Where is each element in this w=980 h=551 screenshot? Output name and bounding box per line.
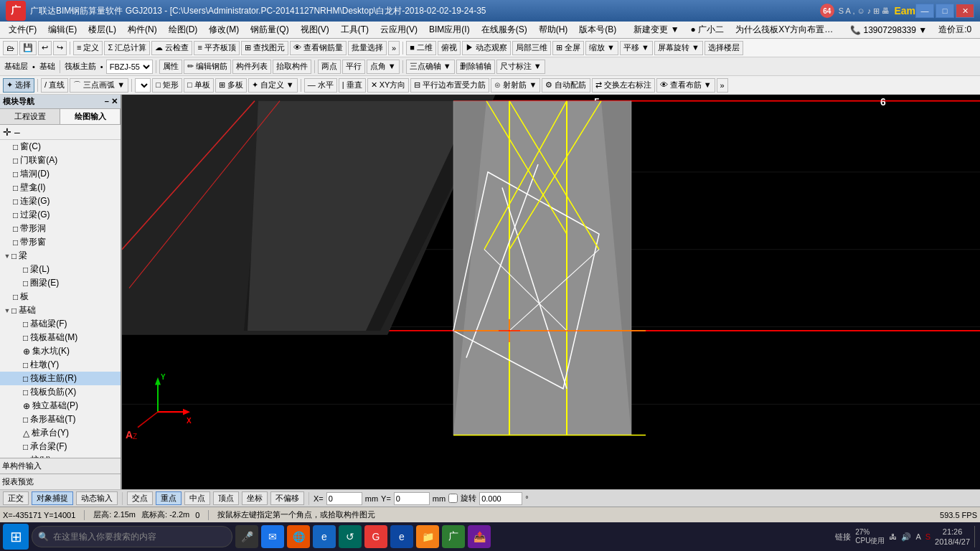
snap-dynamic[interactable]: 动态输入 bbox=[76, 491, 118, 505]
menu-new-change[interactable]: 新建变更 ▼ bbox=[628, 22, 684, 37]
menu-draw[interactable]: 绘图(D) bbox=[163, 22, 204, 37]
tree-item-beam-l[interactable]: □ 梁(L) bbox=[0, 263, 121, 276]
radial-button[interactable]: ⊙ 射射筋 ▼ bbox=[491, 78, 540, 93]
line-tool-button[interactable]: / 直线 bbox=[41, 78, 68, 93]
more2-button[interactable]: » bbox=[717, 78, 728, 93]
menu-help[interactable]: 帮助(H) bbox=[533, 22, 574, 37]
minimize-button[interactable]: — bbox=[915, 4, 934, 18]
taskbar-app-mail[interactable]: ✉ bbox=[261, 525, 284, 548]
close-button[interactable]: ✕ bbox=[956, 4, 974, 18]
multi-board-button[interactable]: ⊞ 多板 bbox=[215, 78, 247, 93]
tree-item-foundation[interactable]: ▼ □ 基础 bbox=[0, 303, 121, 317]
delete-aux-button[interactable]: 删除辅轴 bbox=[456, 60, 495, 74]
flat-top-button[interactable]: ≡ 平齐板顶 bbox=[194, 41, 239, 55]
tree-item-wall-hole[interactable]: □ 墙洞(D) bbox=[0, 167, 121, 181]
custom-button[interactable]: ✦ 自定义 ▼ bbox=[248, 78, 298, 93]
tree-item-column-mound[interactable]: □ 柱墩(Y) bbox=[0, 358, 121, 372]
canvas-area[interactable]: C B A 5 6 bbox=[122, 95, 980, 489]
taskbar-app-gdlda[interactable]: 广 bbox=[442, 525, 465, 548]
select-floor-button[interactable]: 选择楼层 bbox=[705, 41, 743, 55]
menu-cloud[interactable]: 云应用(V) bbox=[374, 22, 423, 37]
swap-notation-button[interactable]: ⇄ 交换左右标注 bbox=[592, 78, 655, 93]
menu-modify[interactable]: 修改(M) bbox=[203, 22, 245, 37]
menu-credits[interactable]: 造价豆:0 bbox=[933, 22, 977, 37]
arc-tool-button[interactable]: ⌒ 三点画弧 ▼ bbox=[70, 78, 128, 93]
snap-intersection[interactable]: 交点 bbox=[127, 491, 153, 505]
tree-item-raft-main-rebar[interactable]: □ 筏板主筋(R) bbox=[0, 372, 121, 385]
dim-notation-button[interactable]: 尺寸标注 ▼ bbox=[496, 60, 545, 74]
start-button[interactable]: ⊞ bbox=[3, 524, 29, 550]
dynamic-view-button[interactable]: ▶ 动态观察 bbox=[462, 41, 511, 55]
edit-rebar-button[interactable]: ✏ 编辑钢筋 bbox=[184, 60, 231, 74]
partial-3d-button[interactable]: 局部三维 bbox=[512, 41, 551, 55]
x-input[interactable] bbox=[326, 492, 362, 505]
snap-no-offset[interactable]: 不偏移 bbox=[270, 491, 304, 505]
rotate-checkbox[interactable] bbox=[448, 494, 458, 503]
snap-midpoint[interactable]: 重点 bbox=[156, 491, 182, 505]
taskbar-app-mic[interactable]: 🎤 bbox=[235, 525, 258, 548]
screen-rotate-button[interactable]: 屏幕旋转 ▼ bbox=[654, 41, 703, 55]
line-type-select[interactable] bbox=[135, 78, 151, 93]
tree-item-niche[interactable]: □ 壁龛(I) bbox=[0, 181, 121, 194]
tree-item-window[interactable]: □ 窗(C) bbox=[0, 140, 121, 154]
tree-item-strip-found[interactable]: □ 条形基础(T) bbox=[0, 413, 121, 426]
rebar-name-select[interactable]: FBZJ-55 bbox=[106, 60, 153, 74]
pick-component-button[interactable]: 抬取构件 bbox=[273, 60, 311, 74]
single-component-button[interactable]: 单构件输入 bbox=[0, 458, 121, 474]
menu-gxiao2[interactable]: ● 广小二 bbox=[685, 22, 730, 37]
view-layout-button[interactable]: 👁 查看布筋 ▼ bbox=[656, 78, 715, 93]
tree-item-strip-window[interactable]: □ 带形窗 bbox=[0, 235, 121, 249]
undo-button[interactable]: ↩ bbox=[38, 41, 52, 55]
tree-item-beam[interactable]: ▼ □ 梁 bbox=[0, 249, 121, 263]
tree-item-ring-beam[interactable]: □ 圈梁(E) bbox=[0, 276, 121, 290]
view-rebar-button[interactable]: 👁 查看钢筋量 bbox=[290, 41, 347, 55]
taskbar-app-ie2[interactable]: e bbox=[390, 525, 413, 548]
menu-floor[interactable]: 楼层(L) bbox=[83, 22, 122, 37]
find-element-button[interactable]: ⊞ 查找图元 bbox=[241, 41, 288, 55]
tree-item-isolated-found[interactable]: ⊕ 独立基础(P) bbox=[0, 399, 121, 413]
snap-object[interactable]: 对象捕捉 bbox=[32, 491, 73, 505]
2d-button[interactable]: ■ 二维 bbox=[406, 41, 436, 55]
tree-item-cap-beam[interactable]: □ 承台梁(F) bbox=[0, 440, 121, 453]
tree-item-foundation-beam[interactable]: □ 基础梁(F) bbox=[0, 317, 121, 331]
tree-item-door-window[interactable]: □ 门联窗(A) bbox=[0, 154, 121, 167]
fullscreen-button[interactable]: ⊞ 全屏 bbox=[552, 41, 584, 55]
open-button[interactable]: 🗁 bbox=[3, 41, 18, 55]
menu-view[interactable]: 视图(V) bbox=[295, 22, 335, 37]
menu-component[interactable]: 构件(N) bbox=[122, 22, 163, 37]
cloud-check-button[interactable]: ☁ 云检查 bbox=[151, 41, 192, 55]
taskbar-app-refresh[interactable]: ↺ bbox=[339, 525, 362, 548]
pan-button[interactable]: 平移 ▼ bbox=[620, 41, 653, 55]
taskbar-app-folder[interactable]: 📁 bbox=[416, 525, 439, 548]
define-button[interactable]: ≡ 定义 bbox=[73, 41, 103, 55]
report-preview-button[interactable]: 报表预览 bbox=[0, 474, 121, 489]
three-point-axis-button[interactable]: 三点确轴 ▼ bbox=[406, 60, 455, 74]
tree-item-strip-hole[interactable]: □ 带形洞 bbox=[0, 222, 121, 235]
snap-vertex[interactable]: 顶点 bbox=[213, 491, 239, 505]
menu-edit[interactable]: 编辑(E) bbox=[42, 22, 83, 37]
tab-project-settings[interactable]: 工程设置 bbox=[0, 109, 60, 124]
select-tool-button[interactable]: ✦ 选择 bbox=[3, 78, 34, 93]
vertical-button[interactable]: | 垂直 bbox=[339, 78, 366, 93]
taskbar-app-upload[interactable]: 📤 bbox=[468, 525, 491, 548]
calc-button[interactable]: Σ 汇总计算 bbox=[104, 41, 150, 55]
properties-button[interactable]: 属性 bbox=[159, 60, 182, 74]
taskbar-app-browser1[interactable]: 🌐 bbox=[287, 525, 310, 548]
taskbar-search[interactable]: 🔍 在这里输入你要搜索的内容 bbox=[32, 526, 232, 547]
rect-tool-button[interactable]: □ 矩形 bbox=[152, 78, 182, 93]
two-points-button[interactable]: 两点 bbox=[318, 60, 341, 74]
menu-phone[interactable]: 📞 13907298339 ▼ bbox=[844, 24, 933, 37]
parallel-edge-button[interactable]: ⊟ 平行边布置受力筋 bbox=[410, 78, 489, 93]
sidebar-remove-icon[interactable]: – bbox=[14, 126, 20, 138]
snap-coord[interactable]: 坐标 bbox=[242, 491, 268, 505]
tab-draw-input[interactable]: 绘图输入 bbox=[60, 109, 121, 124]
rotate-input[interactable] bbox=[479, 492, 522, 505]
sidebar-add-icon[interactable]: ✛ bbox=[3, 126, 11, 138]
batch-select-button[interactable]: 批量选择 bbox=[348, 41, 387, 55]
tree-item-pile-cap[interactable]: △ 桩承台(Y) bbox=[0, 426, 121, 440]
tree-item-conn-beam[interactable]: □ 连梁(G) bbox=[0, 194, 121, 208]
xy-dir-button[interactable]: ✕ XY方向 bbox=[367, 78, 410, 93]
top-view-button[interactable]: 俯视 bbox=[438, 41, 461, 55]
menu-bim[interactable]: BIM应用(I) bbox=[423, 22, 476, 37]
tree-item-raft[interactable]: □ 筏板基础(M) bbox=[0, 331, 121, 344]
